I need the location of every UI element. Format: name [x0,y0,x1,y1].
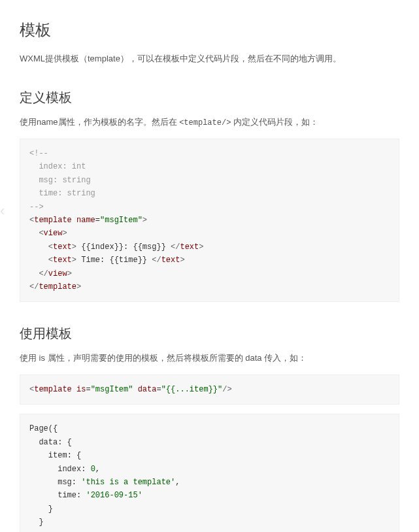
inline-code-template: <template/> [179,118,231,127]
section-define-heading: 定义模板 [20,89,399,107]
use-paragraph: 使用 is 属性，声明需要的使用的模板，然后将模板所需要的 data 传入，如： [20,352,399,365]
code-block-use: <template is="msgItem" data="{{...item}}… [20,374,399,405]
define-paragraph: 使用name属性，作为模板的名字。然后在 <template/> 内定义代码片段… [20,116,399,129]
section-use-heading: 使用模板 [20,325,399,342]
code-block-define: <!-- index: int msg: string time: string… [20,139,399,302]
nav-prev-chevron-icon[interactable]: ‹ [0,203,5,220]
page-title: 模板 [20,20,399,41]
code-block-page: Page({ data: { item: { index: 0, msg: 't… [20,414,399,532]
intro-paragraph: WXML提供模板（template），可以在模板中定义代码片段，然后在不同的地方… [20,52,399,66]
